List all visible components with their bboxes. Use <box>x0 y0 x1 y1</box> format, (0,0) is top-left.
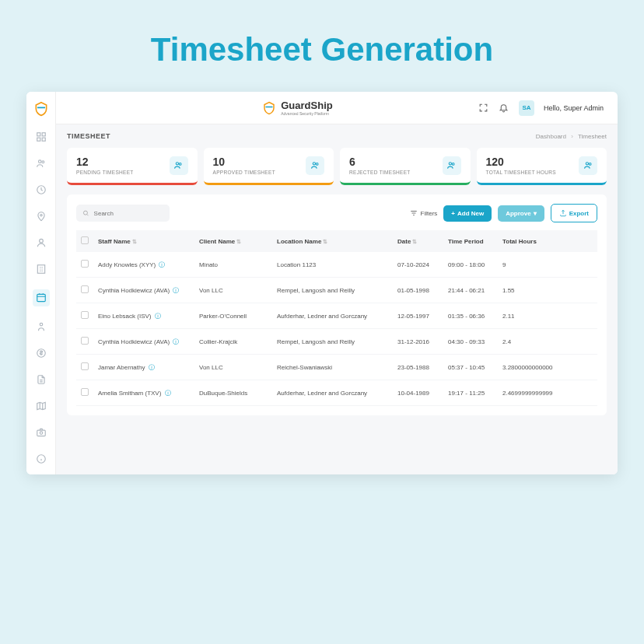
row-checkbox[interactable] <box>81 285 89 293</box>
cell-location: Aufderhar, Ledner and Gorczany <box>272 303 393 329</box>
nav-dashboard-icon[interactable] <box>35 131 47 143</box>
cell-location: Rempel, Langosh and Reilly <box>272 329 393 355</box>
sort-icon: ⇅ <box>236 239 241 244</box>
bell-icon[interactable] <box>499 103 509 114</box>
crumb-timesheet: Timesheet <box>578 133 607 140</box>
fullscreen-icon[interactable] <box>478 103 489 114</box>
table-row[interactable]: Cynthia Hodkiewicz (AVA) ⓘVon LLCRempel,… <box>76 278 597 303</box>
nav-location-icon[interactable] <box>35 210 47 222</box>
nav-team-icon[interactable] <box>35 157 47 170</box>
cell-period: 05:37 - 10:45 <box>443 355 498 380</box>
cell-period: 01:35 - 06:36 <box>443 303 498 329</box>
svg-rect-13 <box>37 430 45 436</box>
nav-building-icon[interactable] <box>35 263 47 275</box>
svg-point-24 <box>83 211 87 215</box>
row-checkbox[interactable] <box>81 362 89 370</box>
breadcrumb: Dashboard › Timesheet <box>536 133 607 140</box>
filter-icon <box>410 209 418 217</box>
svg-point-22 <box>586 163 588 165</box>
users-icon <box>170 156 188 175</box>
info-icon[interactable]: ⓘ <box>159 261 165 268</box>
svg-rect-1 <box>42 133 45 136</box>
brand-name: GuardShip <box>281 100 332 111</box>
nav-info-icon[interactable] <box>35 453 47 465</box>
info-icon[interactable]: ⓘ <box>173 338 179 345</box>
timesheet-panel: Filters + Add New Approve ▾ Export <box>67 194 607 415</box>
search-input[interactable] <box>94 210 163 217</box>
stat-label: TOTAL TIMESHEET HOURS <box>486 170 556 175</box>
stat-pending[interactable]: 12PENDING TIMESHEET <box>67 148 198 185</box>
cell-date: 10-04-1989 <box>393 380 443 406</box>
stat-label: APPROVED TIMESHEET <box>213 170 275 175</box>
cell-hours: 9 <box>498 252 597 278</box>
topbar-right: SA Hello, Super Admin <box>478 100 604 116</box>
nav-camera-icon[interactable] <box>35 426 47 439</box>
stat-approved[interactable]: 10APPROVED TIMESHEET <box>204 148 334 185</box>
filters-label: Filters <box>421 210 438 217</box>
cell-location: Rempel, Langosh and Reilly <box>272 278 393 303</box>
stat-total-hours[interactable]: 120TOTAL TIMESHEET HOURS <box>477 148 607 185</box>
nav-user-icon[interactable] <box>35 236 47 249</box>
svg-point-14 <box>40 432 43 435</box>
toolbar: Filters + Add New Approve ▾ Export <box>76 204 597 222</box>
export-button[interactable]: Export <box>551 204 597 222</box>
col-date[interactable]: Date⇅ <box>393 230 443 252</box>
col-period: Time Period <box>443 230 498 252</box>
search-box[interactable] <box>76 205 170 222</box>
info-icon[interactable]: ⓘ <box>149 364 155 371</box>
nav-map-icon[interactable] <box>35 400 47 412</box>
table-row[interactable]: Jamar Abernathy ⓘVon LLCReichel-Swaniaws… <box>76 355 597 380</box>
stats-row: 12PENDING TIMESHEET 10APPROVED TIMESHEET… <box>67 148 607 185</box>
col-location[interactable]: Location Name⇅ <box>272 230 393 252</box>
cell-client: DuBuque-Shields <box>194 380 272 406</box>
hero-title: Timesheet Generation <box>151 31 493 68</box>
cell-hours: 2.4 <box>498 329 597 355</box>
col-client[interactable]: Client Name⇅ <box>194 230 272 252</box>
select-all-checkbox[interactable] <box>81 236 89 244</box>
cell-hours: 3.2800000000000 <box>498 355 597 380</box>
users-icon <box>443 156 461 175</box>
svg-point-4 <box>38 160 41 163</box>
table-row[interactable]: Cynthia Hodkiewicz (AVA) ⓘCollier-Krajci… <box>76 329 597 355</box>
nav-clock-icon[interactable] <box>35 184 47 196</box>
cell-hours: 1.55 <box>498 278 597 303</box>
table-row[interactable]: Eino Lebsack (ISV) ⓘParker-O'ConnellAufd… <box>76 303 597 329</box>
info-icon[interactable]: ⓘ <box>173 287 179 294</box>
stat-value: 10 <box>213 156 275 168</box>
sort-icon: ⇅ <box>132 239 137 244</box>
filters-button[interactable]: Filters <box>410 209 438 217</box>
users-icon <box>306 156 324 175</box>
stat-label: REJECTED TIMESHEET <box>349 170 411 175</box>
cell-staff: Eino Lebsack (ISV) ⓘ <box>93 303 194 329</box>
info-icon[interactable]: ⓘ <box>165 390 171 397</box>
info-icon[interactable]: ⓘ <box>155 313 161 320</box>
chevron-down-icon: ▾ <box>534 210 537 217</box>
row-checkbox[interactable] <box>81 388 89 396</box>
greeting: Hello, Super Admin <box>544 104 604 112</box>
topbar: GuardShip Advanced Security Platform SA … <box>56 92 618 124</box>
col-staff[interactable]: Staff Name⇅ <box>93 230 194 252</box>
avatar[interactable]: SA <box>519 100 534 116</box>
cell-hours: 2.4699999999999 <box>498 380 597 406</box>
row-checkbox[interactable] <box>81 311 89 319</box>
nav-document-icon[interactable] <box>35 373 47 386</box>
table-row[interactable]: Amelia Smitham (TXV) ⓘDuBuque-ShieldsAuf… <box>76 380 597 406</box>
row-checkbox[interactable] <box>81 337 89 345</box>
brand: GuardShip Advanced Security Platform <box>262 100 332 116</box>
cell-staff: Cynthia Hodkiewicz (AVA) ⓘ <box>93 278 194 303</box>
nav-person-icon[interactable] <box>35 320 47 333</box>
svg-rect-2 <box>37 138 40 141</box>
cell-period: 09:00 - 18:00 <box>443 252 498 278</box>
nav-timesheet-icon[interactable] <box>33 289 50 306</box>
table-row[interactable]: Addy Knowles (XYY) ⓘMinatoLocation 11230… <box>76 252 597 278</box>
nav-dollar-icon[interactable] <box>35 347 47 359</box>
approve-button[interactable]: Approve ▾ <box>498 205 544 222</box>
row-checkbox[interactable] <box>81 260 89 268</box>
add-new-button[interactable]: + Add New <box>443 205 492 222</box>
svg-point-21 <box>452 163 454 166</box>
svg-point-19 <box>316 163 318 166</box>
stat-rejected[interactable]: 6REJECTED TIMESHEET <box>340 148 471 185</box>
plus-icon: + <box>451 210 455 217</box>
svg-point-5 <box>41 161 44 163</box>
crumb-dashboard[interactable]: Dashboard <box>536 133 566 140</box>
